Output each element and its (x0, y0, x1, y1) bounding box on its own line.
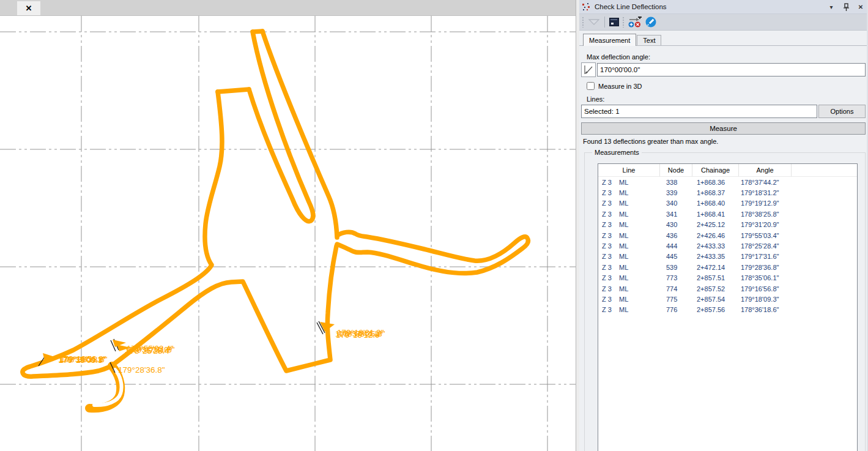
table-cell: 773 (659, 274, 691, 281)
angle-label: 178°38'25.8" (338, 329, 385, 338)
toolbar-grip (582, 17, 585, 28)
dropdown-triangle-icon (588, 18, 600, 26)
table-cell: Z 3 (598, 221, 619, 228)
table-cell: ML (619, 179, 659, 186)
table-cell: ML (619, 253, 659, 260)
grid-lines (0, 16, 576, 451)
table-cell: 179°17'31.6" (737, 253, 789, 260)
table-row[interactable]: Z 3ML5392+472.14179°28'36.8" (598, 262, 857, 272)
table-row[interactable]: Z 3ML3401+868.40179°19'12.9" (598, 198, 857, 209)
table-cell: Z 3 (598, 296, 619, 303)
close-panel-button[interactable]: ✕ (856, 2, 866, 12)
table-cell: 776 (659, 306, 691, 313)
edit-button[interactable] (644, 15, 658, 29)
close-icon: ✕ (858, 4, 863, 10)
edit-pencil-icon (645, 17, 656, 28)
table-row[interactable]: Z 3ML3391+868.37179°18'31.2" (598, 187, 857, 198)
measure-in-3d-label[interactable]: Measure in 3D (598, 83, 642, 90)
canvas-tab-close-button[interactable]: ✕ (17, 1, 40, 15)
check-line-deflections-panel: Check Line Deflections ▾ ✕ (579, 0, 868, 451)
table-cell: 178°35'06.1" (737, 274, 789, 281)
dropdown-button-disabled[interactable] (586, 15, 602, 29)
table-cell: 179°31'20.9" (737, 221, 789, 228)
table-cell: 2+857.51 (691, 274, 737, 281)
table-row[interactable]: Z 3ML7762+857.56178°36'18.6" (598, 305, 857, 315)
table-row[interactable]: Z 3ML7732+857.51178°35'06.1" (598, 273, 857, 283)
table-cell: ML (619, 211, 659, 218)
chevron-down-icon: ▾ (829, 4, 833, 10)
table-cell: 179°18'09.3" (737, 296, 789, 303)
add-remove-lines-button[interactable] (626, 15, 644, 29)
table-row[interactable]: Z 3ML4302+425.12179°31'20.9" (598, 220, 857, 230)
table-row[interactable]: Z 3ML3381+868.36178°37'44.2" (598, 177, 857, 187)
options-button[interactable]: Options (818, 105, 866, 118)
table-cell: 339 (659, 189, 691, 196)
table-cell: 444 (659, 242, 691, 250)
table-cell: ML (619, 242, 659, 250)
table-row[interactable]: Z 3ML4362+426.46179°55'03.4" (598, 230, 857, 240)
table-row[interactable]: Z 3ML4452+433.35179°17'31.6" (598, 252, 857, 262)
table-row[interactable]: Z 3ML3411+868.41178°38'25.8" (598, 209, 857, 219)
alignment-polyline[interactable] (23, 31, 529, 408)
max-deflection-input[interactable] (597, 63, 866, 76)
table-row[interactable]: Z 3ML7752+857.54179°18'09.3" (598, 294, 857, 304)
table-cell: Z 3 (598, 242, 619, 250)
tab-text[interactable]: Text (637, 35, 661, 46)
table-cell: ML (619, 306, 659, 313)
drawing-canvas[interactable]: 178°35'06.1" 179°16'56.8" 179°18'09.3" 1… (0, 0, 576, 451)
pin-icon (843, 3, 850, 11)
lines-selected-field[interactable] (581, 105, 817, 118)
max-deflection-label: Max deflection angle: (587, 53, 866, 61)
column-header-angle[interactable]: Angle (739, 164, 792, 176)
panel-menu-button[interactable]: ▾ (826, 2, 836, 12)
add-remove-lines-icon (628, 17, 642, 28)
measure-button[interactable]: Measure (581, 122, 866, 135)
table-cell: 1+868.40 (691, 199, 737, 207)
table-cell: 179°18'31.2" (737, 189, 789, 196)
cad-drawing: 178°35'06.1" 179°16'56.8" 179°18'09.3" 1… (0, 0, 576, 451)
column-header-line[interactable]: Line (598, 164, 660, 176)
table-cell: Z 3 (598, 179, 619, 186)
measure-in-3d-checkbox[interactable] (587, 82, 595, 90)
table-cell: ML (619, 221, 659, 228)
table-cell: ML (619, 189, 659, 196)
pin-button[interactable] (841, 2, 851, 12)
table-cell: 2+857.56 (691, 306, 737, 313)
canvas-tab-bar (0, 0, 576, 16)
table-cell: Z 3 (598, 306, 619, 313)
tab-measurement[interactable]: Measurement (583, 34, 636, 46)
table-cell: 775 (659, 296, 691, 303)
close-icon: ✕ (26, 4, 32, 13)
check-deflections-icon (582, 2, 591, 12)
table-cell: 178°38'25.8" (737, 211, 789, 218)
toolbar-grip (622, 17, 625, 28)
table-row[interactable]: Z 3ML7742+857.52179°16'56.8" (598, 283, 857, 294)
column-header-filler (792, 164, 857, 176)
table-cell: Z 3 (598, 189, 619, 196)
table-row[interactable]: Z 3ML4442+433.33178°25'28.4" (598, 240, 857, 251)
tab-strip: Measurement Text (579, 34, 868, 46)
table-cell: 2+857.52 (691, 285, 737, 293)
table-cell: Z 3 (598, 199, 619, 207)
angle-icon (581, 62, 596, 77)
table-cell: 2+426.46 (691, 232, 737, 239)
angle-label: 178°36'18.6" (61, 355, 108, 364)
panel-title-bar: Check Line Deflections ▾ ✕ (579, 0, 868, 14)
table-cell: 2+472.14 (691, 264, 737, 271)
table-cell: 2+433.35 (691, 253, 737, 260)
table-cell: 338 (659, 179, 691, 186)
measurements-group-label: Measurements (592, 149, 642, 156)
angle-label: 179°17'31.6" (128, 345, 175, 354)
table-cell: 2+857.54 (691, 296, 737, 303)
table-cell: 539 (659, 264, 691, 271)
table-cell: 774 (659, 285, 691, 293)
table-cell: 430 (659, 221, 691, 228)
view-window-button[interactable] (607, 15, 621, 29)
panel-toolbar (579, 14, 868, 31)
table-cell: 2+425.12 (691, 221, 737, 228)
column-header-chainage[interactable]: Chainage (692, 164, 739, 176)
table-cell: Z 3 (598, 232, 619, 239)
table-body: Z 3ML3381+868.36178°37'44.2"Z 3ML3391+86… (598, 177, 857, 315)
table-cell: Z 3 (598, 264, 619, 271)
column-header-node[interactable]: Node (660, 164, 692, 176)
